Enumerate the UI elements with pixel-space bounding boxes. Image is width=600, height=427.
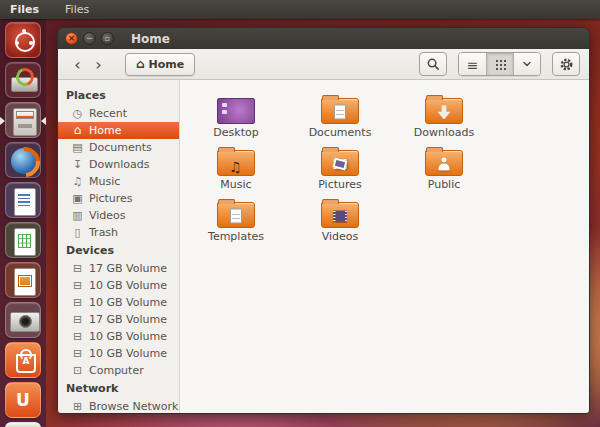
camera-icon[interactable] (5, 302, 41, 338)
folder-videos[interactable]: Videos (288, 191, 392, 243)
folder-emblem-icon (438, 158, 450, 171)
sidebar-item-label: Home (89, 124, 121, 137)
window-title: Home (131, 32, 170, 46)
folder-icon (321, 98, 359, 124)
folder-label: Videos (322, 230, 359, 243)
folder-pictures[interactable]: Pictures (288, 139, 392, 191)
forward-button[interactable]: › (88, 52, 109, 76)
launcher-item[interactable] (0, 102, 46, 142)
sidebar-header-network: Network (58, 379, 179, 398)
launcher-item[interactable] (0, 262, 46, 302)
sidebar-item-volume-4[interactable]: 17 GB Volume (58, 311, 179, 328)
sidebar-item-home[interactable]: Home (58, 122, 179, 139)
sidebar-item-music[interactable]: Music (58, 173, 179, 190)
launcher-item[interactable] (0, 182, 46, 222)
folder-music[interactable]: Music (184, 139, 288, 191)
sidebar-item-label: 17 GB Volume (89, 262, 167, 275)
sidebar-item-icon (71, 175, 84, 188)
sidebar-item-pictures[interactable]: Pictures (58, 190, 179, 207)
breadcrumb[interactable]: ⌂ Home (125, 53, 195, 76)
sidebar-item-icon (71, 313, 84, 326)
folder-emblem-icon (334, 105, 346, 120)
sidebar-item-icon (71, 296, 84, 309)
grid-view-button[interactable] (486, 53, 513, 75)
folder-downloads[interactable]: Downloads (392, 87, 496, 139)
sidebar-item-icon (71, 400, 84, 413)
sidebar-item-icon (71, 209, 84, 222)
folder-emblem-icon (334, 159, 347, 169)
sidebar-item-label: Trash (89, 226, 118, 239)
launcher-item[interactable] (0, 342, 46, 382)
launcher-item[interactable] (0, 422, 46, 427)
maximize-button[interactable]: ▫ (101, 32, 114, 45)
back-button[interactable]: ‹ (67, 52, 88, 76)
view-options-dropdown[interactable] (513, 53, 540, 75)
sidebar-item-volume-1[interactable]: 17 GB Volume (58, 260, 179, 277)
folder-emblem-icon (229, 157, 243, 172)
sidebar-item-volume-3[interactable]: 10 GB Volume (58, 294, 179, 311)
libreoffice-writer-icon[interactable] (5, 182, 41, 218)
sidebar-item-label: Videos (89, 209, 126, 222)
sidebar-item-volume-2[interactable]: 10 GB Volume (58, 277, 179, 294)
titlebar[interactable]: × − ▫ Home (58, 28, 589, 49)
ubuntu-one-icon[interactable] (5, 382, 41, 418)
sidebar-item-label: 10 GB Volume (89, 347, 167, 360)
close-button[interactable]: × (65, 32, 78, 45)
unity-launcher (0, 19, 46, 427)
libreoffice-calc-icon[interactable] (5, 222, 41, 258)
sidebar-item-computer[interactable]: Computer (58, 362, 179, 379)
sidebar-item-label: Computer (89, 364, 144, 377)
launcher-item[interactable] (0, 222, 46, 262)
folder-documents[interactable]: Documents (288, 87, 392, 139)
ubuntu-dash-icon[interactable] (5, 22, 41, 58)
sidebar-item-videos[interactable]: Videos (58, 207, 179, 224)
home-icon: ⌂ (136, 57, 145, 71)
window-body: Places Recent Home (58, 80, 589, 413)
folder-icon (217, 98, 255, 124)
sidebar-item-icon (71, 107, 84, 120)
firefox-icon[interactable] (5, 142, 41, 178)
sidebar-item-label: 10 GB Volume (89, 279, 167, 292)
folder-emblem-icon (230, 209, 242, 224)
software-center-icon[interactable] (5, 342, 41, 378)
panel-menu-files[interactable]: Files (65, 3, 89, 16)
sidebar-item-documents[interactable]: Documents (58, 139, 179, 156)
list-view-button[interactable] (459, 53, 486, 75)
settings-button[interactable] (552, 52, 580, 76)
sidebar-network-list: Browse Network (58, 398, 179, 413)
sidebar-devices-list: 17 GB Volume 10 GB Volume 10 GB Volume (58, 260, 179, 379)
folder-templates[interactable]: Templates (184, 191, 288, 243)
libreoffice-impress-icon[interactable] (5, 262, 41, 298)
launcher-item[interactable] (0, 142, 46, 182)
folder-emblem-icon (438, 105, 451, 119)
folder-public[interactable]: Public (392, 139, 496, 191)
folder-label: Downloads (414, 126, 474, 139)
sidebar-item-volume-5[interactable]: 10 GB Volume (58, 328, 179, 345)
launcher-item[interactable] (0, 62, 46, 102)
launcher-item[interactable] (0, 382, 46, 422)
sidebar-places-list: Recent Home Documents (58, 105, 179, 241)
search-button[interactable] (419, 52, 447, 76)
launcher-item[interactable] (0, 22, 46, 62)
sidebar-item-icon (71, 124, 84, 137)
install-ubuntu-icon[interactable] (5, 62, 41, 98)
sidebar: Places Recent Home (58, 80, 180, 413)
sidebar-item-recent[interactable]: Recent (58, 105, 179, 122)
sidebar-item-browse-network[interactable]: Browse Network (58, 398, 179, 413)
sidebar-item-label: Documents (89, 141, 152, 154)
folder-label: Documents (309, 126, 372, 139)
folder-view: Desktop Documents (180, 80, 589, 413)
partial-launcher-icon[interactable] (5, 422, 41, 427)
sidebar-item-downloads[interactable]: Downloads (58, 156, 179, 173)
files-icon[interactable] (5, 102, 41, 138)
sidebar-item-icon (71, 364, 84, 377)
sidebar-item-label: 10 GB Volume (89, 330, 167, 343)
sidebar-item-label: Music (89, 175, 120, 188)
launcher-item[interactable] (0, 302, 46, 342)
sidebar-item-trash[interactable]: Trash (58, 224, 179, 241)
minimize-button[interactable]: − (83, 32, 96, 45)
folder-desktop[interactable]: Desktop (184, 87, 288, 139)
sidebar-item-volume-6[interactable]: 10 GB Volume (58, 345, 179, 362)
folder-icon (217, 202, 255, 228)
list-view-icon (467, 55, 479, 74)
